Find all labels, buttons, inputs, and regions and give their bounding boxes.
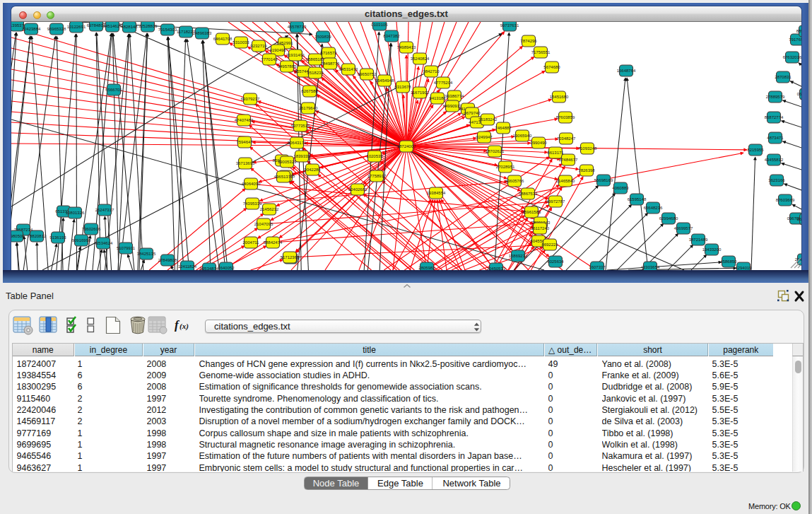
svg-text:7464887: 7464887 [495,126,512,130]
svg-text:16648764: 16648764 [617,69,636,73]
svg-text:49651370: 49651370 [274,175,293,179]
svg-text:0842710: 0842710 [423,69,440,74]
svg-text:02402681: 02402681 [348,187,367,192]
svg-text:64641708: 64641708 [213,37,233,41]
svg-text:9042284: 9042284 [304,168,321,172]
svg-text:27484677: 27484677 [559,158,578,162]
svg-text:24896383: 24896383 [193,31,212,35]
svg-text:21456232: 21456232 [260,207,279,211]
svg-text:6566701: 6566701 [105,88,122,92]
svg-text:1020539: 1020539 [366,154,383,158]
svg-text:36183242: 36183242 [478,117,498,122]
svg-text:90916998: 90916998 [72,238,91,243]
svg-text:39005329: 39005329 [278,160,297,164]
svg-text:16117240: 16117240 [531,226,550,230]
svg-text:5674680: 5674680 [543,65,560,69]
svg-text:84514627: 84514627 [103,24,122,28]
svg-text:21465840: 21465840 [556,179,575,183]
svg-text:0980500: 0980500 [11,234,25,238]
svg-text:9136193: 9136193 [49,235,66,240]
svg-text:8692221: 8692221 [541,243,558,247]
svg-text:06562729: 06562729 [797,92,801,96]
svg-text:63605766: 63605766 [505,179,524,183]
svg-text:7874296: 7874296 [520,39,537,43]
svg-text:35240824: 35240824 [411,57,430,61]
svg-text:47775204: 47775204 [434,81,453,85]
svg-text:36713695: 36713695 [236,161,255,165]
svg-text:28498776: 28498776 [321,62,340,66]
svg-text:4190496: 4190496 [269,48,286,52]
svg-text:96965328: 96965328 [47,27,66,31]
svg-text:70154303: 70154303 [158,28,177,32]
svg-text:7770143: 7770143 [261,57,278,62]
svg-text:8613171: 8613171 [547,151,564,155]
svg-text:44064090: 44064090 [242,182,261,186]
svg-text:43699577: 43699577 [674,226,693,230]
svg-text:19384554: 19384554 [427,191,446,195]
svg-text:10122691: 10122691 [67,25,86,29]
svg-text:19065940: 19065940 [513,134,532,138]
svg-text:4873471: 4873471 [767,136,784,140]
svg-text:35454948: 35454948 [375,78,394,83]
svg-text:3623166: 3623166 [768,178,785,182]
svg-text:74989413: 74989413 [397,45,416,49]
svg-text:72423884: 72423884 [22,27,41,31]
svg-text:32528809: 32528809 [139,24,158,28]
svg-text:11671902: 11671902 [411,90,430,95]
svg-text:26247317: 26247317 [95,208,114,212]
svg-text:43534624: 43534624 [94,241,113,245]
svg-text:78820812: 78820812 [28,234,47,238]
svg-text:88937346: 88937346 [796,29,801,33]
svg-text:62994680: 62994680 [659,216,678,221]
svg-text:(x): (x) [180,322,189,331]
svg-text:8215955: 8215955 [747,148,764,152]
svg-text:17758917: 17758917 [367,174,387,178]
svg-text:71093248: 71093248 [578,146,597,151]
svg-text:15869232: 15869232 [509,254,528,258]
svg-text:55698169: 55698169 [594,178,613,182]
svg-text:27889579: 27889579 [766,95,785,99]
svg-text:70348247: 70348247 [557,136,576,141]
svg-text:21047095: 21047095 [254,222,273,226]
svg-text:73602606: 73602606 [82,227,101,231]
svg-text:46578713: 46578713 [288,25,307,29]
svg-text:94531473: 94531473 [339,67,358,71]
svg-text:86872774: 86872774 [765,115,784,119]
svg-text:3518233: 3518233 [307,71,324,75]
svg-text:06990162: 06990162 [797,217,801,221]
svg-text:61595148: 61595148 [628,197,647,201]
svg-text:2004711: 2004711 [243,240,260,245]
svg-text:5310033: 5310033 [233,40,249,45]
svg-text:74395339: 74395339 [243,201,262,206]
svg-text:10801326: 10801326 [66,211,85,215]
svg-text:27028951: 27028951 [496,165,515,169]
svg-text:71756551: 71756551 [531,50,551,54]
svg-text:69379237: 69379237 [241,97,260,101]
svg-text:99650752: 99650752 [358,72,377,76]
svg-text:7826398: 7826398 [578,168,595,173]
svg-text:58867533: 58867533 [519,192,538,196]
svg-text:15451680: 15451680 [550,95,569,99]
svg-text:45961586: 45961586 [522,210,541,214]
svg-text:9232719: 9232719 [250,44,267,48]
svg-text:1607337: 1607337 [589,265,606,269]
svg-text:8313678: 8313678 [394,85,411,89]
svg-text:0103105: 0103105 [371,23,388,27]
svg-text:3990490: 3990490 [530,141,547,145]
svg-text:1509839: 1509839 [314,35,331,39]
svg-text:18702621: 18702621 [486,149,505,153]
svg-text:31931491: 31931491 [286,53,305,57]
svg-text:4828148: 4828148 [121,25,138,29]
svg-text:4060883: 4060883 [612,186,629,190]
svg-text:9413186: 9413186 [429,96,446,100]
svg-text:1839335: 1839335 [293,154,310,158]
svg-text:43303654: 43303654 [641,265,660,269]
svg-text:4586850: 4586850 [720,259,737,264]
svg-text:38425135: 38425135 [137,252,156,256]
svg-text:99737631: 99737631 [500,23,519,28]
svg-text:43455812: 43455812 [765,158,784,162]
svg-text:87603859: 87603859 [556,115,575,119]
svg-text:2870831: 2870831 [775,75,792,79]
svg-text:47407482: 47407482 [235,118,254,122]
svg-text:12411824: 12411824 [178,264,197,269]
